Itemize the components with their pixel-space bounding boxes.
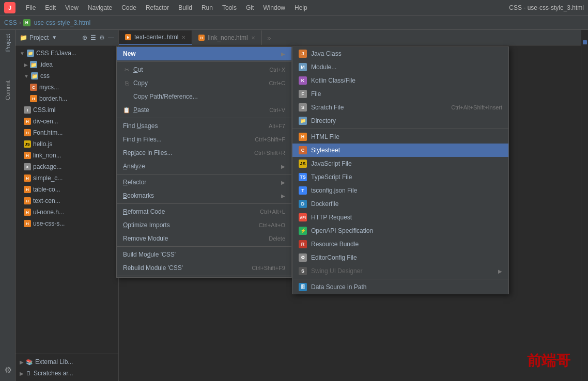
breadcrumb-css[interactable]: CSS bbox=[4, 19, 17, 26]
sub-item-directory[interactable]: 📁 Directory bbox=[292, 114, 508, 128]
ctx-item-reformat[interactable]: Reformat Code Ctrl+Alt+L bbox=[117, 205, 291, 218]
xml-file-icon: X bbox=[24, 163, 31, 170]
ctx-item-remove-module[interactable]: Remove Module Delete bbox=[117, 232, 291, 245]
tree-item-font[interactable]: H Font.htm... bbox=[16, 127, 118, 138]
tree-item-idea[interactable]: ▶ 📁 .idea bbox=[16, 59, 118, 70]
sub-item-file[interactable]: F File bbox=[292, 87, 508, 101]
tree-item-hellojs[interactable]: JS hello.js bbox=[16, 138, 118, 150]
project-toolbar-locate[interactable]: ⊕ bbox=[82, 34, 87, 41]
ctx-item-bookmarks[interactable]: Bookmarks ▶ bbox=[117, 189, 291, 202]
tree-item-tableco[interactable]: H table-co... bbox=[16, 184, 118, 195]
project-toolbar-minimize[interactable]: — bbox=[108, 34, 114, 41]
copy-path-icon bbox=[123, 93, 130, 100]
html-file-icon: H bbox=[24, 152, 31, 159]
sub-item-html[interactable]: H HTML File bbox=[292, 130, 508, 144]
menu-help[interactable]: Help bbox=[290, 3, 312, 13]
menu-edit[interactable]: Edit bbox=[41, 3, 60, 13]
tree-item-mycss[interactable]: C mycs... bbox=[16, 82, 118, 93]
sub-item-kotlin[interactable]: K Kotlin Class/File bbox=[292, 74, 508, 87]
breadcrumb-file[interactable]: use-css-style_3.html bbox=[34, 19, 90, 26]
tree-item-border[interactable]: H border.h... bbox=[16, 93, 118, 104]
tree-item-linknone[interactable]: H link_non... bbox=[16, 150, 118, 161]
ctx-find-files-shortcut: Ctrl+Shift+F bbox=[255, 136, 285, 142]
menu-navigate[interactable]: Navigate bbox=[84, 3, 116, 13]
sub-item-http-request[interactable]: API HTTP Request bbox=[292, 211, 508, 224]
ctx-item-optimize[interactable]: Optimize Imports Ctrl+Alt+O bbox=[117, 218, 291, 232]
tab-text-center-close[interactable]: ✕ bbox=[181, 35, 185, 40]
tree-item-css-folder[interactable]: ▼ 📁 css bbox=[16, 70, 118, 82]
sub-item-datasource[interactable]: 🗄 Data Source in Path bbox=[292, 280, 508, 294]
menu-build[interactable]: Build bbox=[174, 3, 196, 13]
menu-git[interactable]: Git bbox=[242, 3, 258, 13]
ctx-item-paste[interactable]: 📋 Paste Ctrl+V bbox=[117, 103, 291, 117]
menu-bar[interactable]: File Edit View Navigate Code Refactor Bu… bbox=[22, 3, 312, 13]
ctx-item-cut[interactable]: ✂ Cut Ctrl+X bbox=[117, 63, 291, 76]
sidebar-tab-structure[interactable]: ⚙ bbox=[0, 361, 16, 379]
tree-item-textcen[interactable]: H text-cen... bbox=[16, 195, 118, 207]
ctx-find-usages-shortcut: Alt+F7 bbox=[269, 123, 285, 129]
menu-view[interactable]: View bbox=[61, 3, 83, 13]
sub-item-java-class[interactable]: J Java Class bbox=[292, 47, 508, 60]
sub-item-editorconfig[interactable]: ⚙ EditorConfig File bbox=[292, 251, 508, 264]
project-toolbar-collapse[interactable]: ☰ bbox=[90, 34, 96, 41]
tree-item-ulnone[interactable]: H ul-none.h... bbox=[16, 207, 118, 218]
scratches-label: Scratches ar... bbox=[34, 370, 73, 377]
paste-icon: 📋 bbox=[123, 106, 130, 114]
tree-item-simplec[interactable]: H simple_c... bbox=[16, 172, 118, 184]
ctx-item-find-files[interactable]: Find in Files... Ctrl+Shift+F bbox=[117, 133, 291, 146]
sub-item-module[interactable]: M Module... bbox=[292, 60, 508, 74]
menu-window[interactable]: Window bbox=[259, 3, 289, 13]
directory-icon: 📁 bbox=[299, 117, 307, 125]
ctx-item-copy[interactable]: ⎘ Copy Ctrl+C bbox=[117, 76, 291, 90]
tree-item-label: table-co... bbox=[33, 186, 60, 193]
sub-item-resource-bundle[interactable]: R Resource Bundle bbox=[292, 237, 508, 251]
ctx-item-new[interactable]: New ▶ bbox=[117, 47, 291, 60]
tab-text-center[interactable]: H text-center..html ✕ bbox=[119, 30, 192, 45]
scratches-item[interactable]: ▶ 🗒 Scratches ar... bbox=[16, 368, 118, 379]
tree-item-cssiml[interactable]: I CSS.iml bbox=[16, 104, 118, 116]
tree-item-css-root[interactable]: ▼ 📁 CSS E:\Java... bbox=[16, 47, 118, 59]
tab-link-none-close[interactable]: ✕ bbox=[251, 35, 255, 41]
sidebar-tab-project[interactable]: Project bbox=[0, 30, 16, 56]
menu-file[interactable]: File bbox=[22, 3, 40, 13]
ctx-item-find-usages[interactable]: Find Usages Alt+F7 bbox=[117, 119, 291, 133]
project-dropdown[interactable]: ▼ bbox=[52, 35, 57, 40]
tree-item-divcen[interactable]: H div-cen... bbox=[16, 116, 118, 127]
ctx-item-rebuild-module[interactable]: Rebuild Module 'CSS' Ctrl+Shift+F9 bbox=[117, 261, 291, 275]
expand-arrow: ▶ bbox=[24, 62, 28, 68]
ctx-item-copy-path[interactable]: Copy Path/Reference... bbox=[117, 90, 291, 103]
tree-item-label: ul-none.h... bbox=[33, 209, 64, 216]
tab-link-none-label: link_none.html bbox=[208, 34, 247, 41]
external-lib-item[interactable]: ▶ 📚 External Lib... bbox=[16, 356, 118, 368]
ctx-item-replace-files[interactable]: Replace in Files... Ctrl+Shift+R bbox=[117, 146, 291, 160]
css-stylesheet-icon: C bbox=[299, 146, 307, 154]
ctx-item-refactor[interactable]: Refactor ▶ bbox=[117, 176, 291, 189]
menu-tools[interactable]: Tools bbox=[218, 3, 241, 13]
sub-item-openapi[interactable]: ⚡ OpenAPI Specification bbox=[292, 224, 508, 237]
sub-item-stylesheet[interactable]: C Stylesheet bbox=[292, 144, 508, 157]
tree-item-usecss[interactable]: H use-css-s... bbox=[16, 218, 118, 229]
sub-item-tsconfig[interactable]: T tsconfig.json File bbox=[292, 184, 508, 197]
project-toolbar-options[interactable]: ⚙ bbox=[99, 34, 105, 41]
panel-bottom: ▶ 📚 External Lib... ▶ 🗒 Scratches ar... bbox=[16, 354, 118, 381]
js-file-icon: JS bbox=[24, 140, 31, 148]
sub-item-scratch[interactable]: S Scratch File Ctrl+Alt+Shift+Insert bbox=[292, 101, 508, 114]
sub-item-swing[interactable]: S Swing UI Designer ▶ bbox=[292, 264, 508, 278]
tabs-more-button[interactable]: » bbox=[262, 30, 276, 45]
sub-item-ts-file[interactable]: TS TypeScript File bbox=[292, 170, 508, 184]
ctx-item-build-module[interactable]: Build Module 'CSS' bbox=[117, 248, 291, 261]
tree-item-package[interactable]: X package... bbox=[16, 161, 118, 172]
tab-link-none[interactable]: H link_none.html ✕ bbox=[192, 30, 261, 45]
sub-item-dockerfile[interactable]: D Dockerfile bbox=[292, 197, 508, 211]
folder-icon: 📁 bbox=[30, 61, 37, 68]
datasource-icon: 🗄 bbox=[299, 283, 307, 291]
sub-item-scratch-shortcut: Ctrl+Alt+Shift+Insert bbox=[451, 104, 502, 110]
menu-code[interactable]: Code bbox=[117, 3, 141, 13]
ctx-item-analyze[interactable]: Analyze ▶ bbox=[117, 160, 291, 173]
sub-item-js-file[interactable]: JS JavaScript File bbox=[292, 157, 508, 170]
ts-file-icon: TS bbox=[299, 173, 307, 181]
menu-run[interactable]: Run bbox=[197, 3, 217, 13]
menu-refactor[interactable]: Refactor bbox=[142, 3, 173, 13]
sidebar-tab-commit[interactable]: Commit bbox=[0, 76, 16, 104]
tree-item-label: use-css-s... bbox=[33, 220, 65, 227]
